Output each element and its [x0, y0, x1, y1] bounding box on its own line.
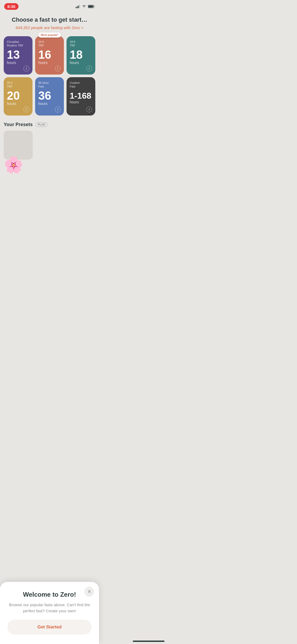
card-hours-value: 20 hours — [7, 89, 29, 106]
card-hours-value: 1-168 hours — [70, 90, 92, 104]
battery-icon — [88, 5, 95, 8]
status-bar: 8:30 — [0, 0, 99, 11]
info-icon-custom[interactable]: i — [86, 107, 92, 112]
mascot-area: 🌸 — [0, 154, 99, 173]
fasting-count-link[interactable]: 649,352 people are fasting with Zero > — [6, 25, 93, 30]
card-label: 36-HourFast — [38, 81, 61, 89]
card-hours-value: 36 hours — [38, 89, 61, 106]
svg-rect-1 — [77, 6, 78, 8]
plus-badge: PLUS — [35, 122, 48, 127]
fast-card-circadian[interactable]: CircadianRhythm TRF 13 hours i — [4, 36, 32, 75]
page-title: Choose a fast to get start… — [6, 16, 93, 24]
page-header: Choose a fast to get start… 649,352 peop… — [0, 11, 99, 33]
fast-card-16-8[interactable]: Most popular! 16:8TRF 16 hours i — [35, 36, 64, 75]
svg-rect-0 — [76, 7, 76, 8]
card-label: CustomFast — [70, 81, 92, 89]
signal-icon — [76, 5, 80, 8]
time-display: 8:30 — [4, 3, 18, 10]
fast-card-custom[interactable]: CustomFast 1-168 hours i — [67, 77, 95, 116]
fast-cards-grid: CircadianRhythm TRF 13 hours i Most popu… — [0, 33, 99, 118]
info-icon-16-8[interactable]: i — [55, 66, 61, 71]
fast-card-20-4[interactable]: 20:4TRF 20 hours i — [4, 77, 32, 116]
mascot-character: 🌸 — [4, 157, 23, 173]
card-label: CircadianRhythm TRF — [7, 40, 29, 48]
card-label: 18:6TRF — [70, 40, 92, 48]
info-icon-18-6[interactable]: i — [86, 66, 92, 71]
card-label: 16:8TRF — [38, 40, 61, 48]
card-hours-value: 16 hours — [38, 48, 61, 65]
status-icons — [76, 5, 95, 8]
most-popular-badge: Most popular! — [38, 33, 61, 38]
card-hours-value: 18 hours — [70, 48, 92, 65]
svg-rect-2 — [78, 6, 79, 8]
info-icon-circadian[interactable]: i — [23, 66, 29, 71]
card-label: 20:4TRF — [7, 81, 29, 89]
presets-title: Your Presets — [4, 122, 33, 127]
svg-rect-3 — [79, 5, 80, 8]
info-icon-36-hour[interactable]: i — [55, 107, 61, 112]
wifi-icon — [82, 5, 86, 8]
svg-rect-5 — [88, 6, 93, 8]
card-hours-value: 13 hours — [7, 48, 29, 65]
presets-header: Your Presets PLUS — [4, 122, 95, 127]
fast-card-18-6[interactable]: 18:6TRF 18 hours i — [67, 36, 95, 75]
presets-section: Your Presets PLUS — [0, 118, 99, 160]
fast-card-36-hour[interactable]: 36-HourFast 36 hours i — [35, 77, 64, 116]
info-icon-20-4[interactable]: i — [23, 107, 29, 112]
